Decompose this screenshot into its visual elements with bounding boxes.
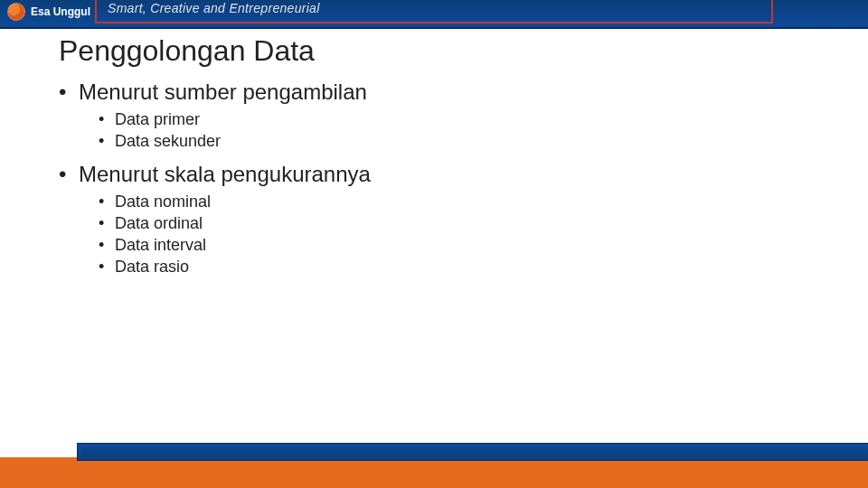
list-item-label: Data interval xyxy=(115,234,206,256)
list-item: • Menurut sumber pengambilan xyxy=(59,80,796,105)
list-item: • Menurut skala pengukurannya xyxy=(59,162,796,187)
bullet-icon: • xyxy=(99,234,115,256)
list-item-label: Data nominal xyxy=(115,191,211,212)
sub-list: • Data nominal • Data ordinal • Data int… xyxy=(99,191,796,278)
header-band: Esa Unggul Smart, Creative and Entrepren… xyxy=(0,0,868,29)
bullet-icon: • xyxy=(59,80,79,105)
bullet-icon: • xyxy=(99,256,115,277)
list-item-label: Data ordinal xyxy=(115,212,203,234)
list-item-label: Menurut skala pengukurannya xyxy=(79,162,371,187)
list-item-label: Data rasio xyxy=(115,256,189,277)
bullet-icon: • xyxy=(99,191,115,212)
list-item-label: Menurut sumber pengambilan xyxy=(79,80,367,105)
logo-icon xyxy=(7,3,25,21)
bullet-icon: • xyxy=(59,162,79,187)
header-frame: Smart, Creative and Entrepreneurial xyxy=(95,0,773,23)
list-item-label: Data primer xyxy=(115,108,200,130)
footer-blue-bar xyxy=(77,443,868,461)
list-item: • Data rasio xyxy=(99,256,796,277)
list-item: • Data ordinal xyxy=(99,212,796,234)
bullet-icon: • xyxy=(99,212,115,234)
list-item: • Data interval xyxy=(99,234,796,256)
brand-name: Esa Unggul xyxy=(31,5,90,18)
list-item: • Data primer xyxy=(99,108,796,130)
bullet-icon: • xyxy=(99,108,115,130)
list-item: • Data nominal xyxy=(99,191,796,212)
brand-logo: Esa Unggul xyxy=(7,3,90,21)
sub-list: • Data primer • Data sekunder xyxy=(99,108,796,153)
slide: Esa Unggul Smart, Creative and Entrepren… xyxy=(0,0,868,488)
slide-body: • Menurut sumber pengambilan • Data prim… xyxy=(59,80,796,287)
list-item: • Data sekunder xyxy=(99,130,796,152)
footer-band xyxy=(0,436,868,488)
footer-orange-bar xyxy=(0,457,868,488)
list-item-label: Data sekunder xyxy=(115,130,221,152)
slide-title: Penggolongan Data xyxy=(59,34,315,68)
header-tagline: Smart, Creative and Entrepreneurial xyxy=(97,0,771,16)
bullet-icon: • xyxy=(99,130,115,152)
